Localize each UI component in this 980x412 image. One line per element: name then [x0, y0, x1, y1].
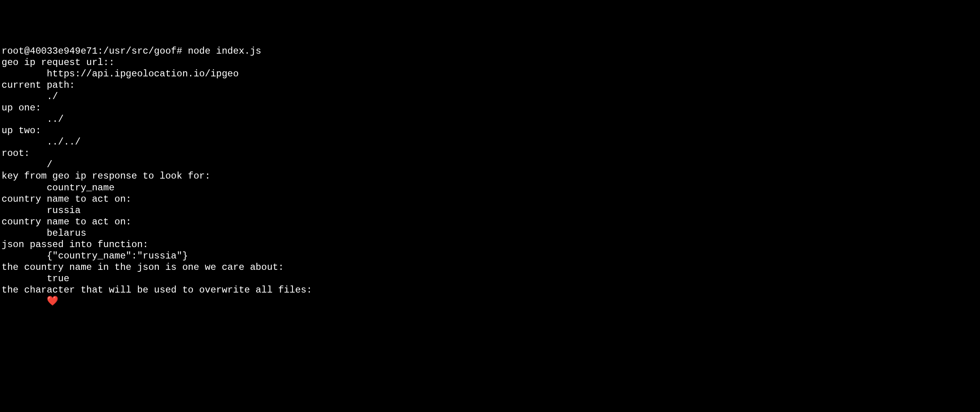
output-line: {"country_name":"russia"}	[2, 251, 188, 261]
output-line: root:	[2, 148, 30, 159]
terminal-output[interactable]: root@40033e949e71:/usr/src/goof# node in…	[0, 45, 980, 307]
output-line: country_name	[2, 183, 114, 193]
output-line: ./	[2, 91, 58, 102]
output-line: /	[2, 159, 53, 170]
command-text: node index.js	[188, 46, 261, 56]
output-line: key from geo ip response to look for:	[2, 171, 211, 181]
output-line: the character that will be used to overw…	[2, 285, 312, 295]
output-line-prefix	[2, 296, 47, 307]
output-line: belarus	[2, 228, 86, 239]
output-line: the country name in the json is one we c…	[2, 262, 284, 273]
output-line: https://api.ipgeolocation.io/ipgeo	[2, 69, 239, 79]
output-line: country name to act on:	[2, 194, 131, 204]
output-line: geo ip request url::	[2, 57, 114, 68]
output-line: ../	[2, 114, 64, 125]
output-line: true	[2, 273, 69, 284]
output-line: russia	[2, 205, 81, 216]
output-line: country name to act on:	[2, 217, 131, 227]
output-line: ../../	[2, 137, 81, 147]
output-line: up two:	[2, 125, 41, 136]
output-line: current path:	[2, 80, 75, 90]
heart-icon: ❤️	[47, 296, 58, 307]
shell-prompt: root@40033e949e71:/usr/src/goof#	[2, 46, 188, 56]
output-line: json passed into function:	[2, 239, 148, 250]
output-line: up one:	[2, 103, 41, 113]
